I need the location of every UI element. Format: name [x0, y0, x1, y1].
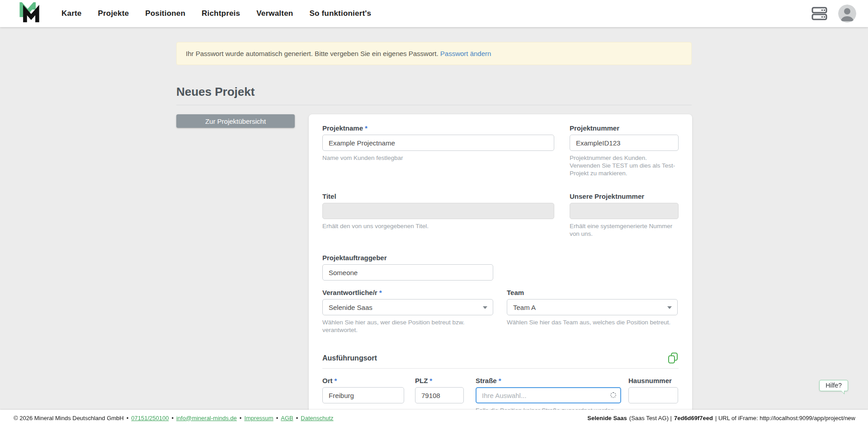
projektname-label: Projektname*	[322, 124, 554, 132]
projektauftraggeber-label: Projektauftraggeber	[322, 254, 493, 262]
strasse-input[interactable]	[476, 387, 621, 403]
chevron-down-icon	[483, 306, 487, 309]
brand-logo-icon[interactable]	[17, 2, 42, 25]
password-warning-banner: Ihr Passwort wurde automatisch generiert…	[176, 42, 692, 65]
team-select[interactable]: Team A	[507, 299, 678, 315]
footer-iframe-url: | URL of iFrame: http://localhost:9099/a…	[715, 415, 855, 421]
hausnummer-input[interactable]	[628, 387, 678, 403]
projektname-helper: Name vom Kunden festlegbar	[322, 154, 554, 162]
server-icon[interactable]	[811, 6, 828, 21]
required-marker: *	[429, 377, 432, 384]
email-link[interactable]: info@mineral-minds.de	[176, 415, 237, 421]
separator-dot	[296, 415, 298, 421]
main-menu: Karte Projekte Positionen Richtpreis Ver…	[61, 9, 371, 18]
top-nav: Karte Projekte Positionen Richtpreis Ver…	[0, 0, 868, 27]
team-label: Team	[507, 289, 678, 296]
nav-item-projekte[interactable]: Projekte	[98, 9, 129, 18]
impressum-link[interactable]: Impressum	[244, 415, 273, 421]
help-button[interactable]: Hilfe?	[819, 380, 848, 391]
unsere-projektnummer-helper: Erhält eine systemgenerierte Nummer von …	[570, 222, 679, 238]
nav-item-karte[interactable]: Karte	[61, 9, 81, 18]
unsere-projektnummer-label: Unsere Projektnummer	[570, 192, 679, 200]
projektname-input[interactable]	[322, 135, 554, 151]
separator-dot	[276, 415, 278, 421]
projektauftraggeber-input[interactable]	[322, 264, 493, 281]
footer-session-id: 7ed6d69f7eed	[674, 415, 713, 421]
nav-item-so-funktionierts[interactable]: So funktioniert's	[309, 9, 371, 18]
main-content: Ihr Passwort wurde automatisch generiert…	[0, 42, 868, 425]
verantwortliche-helper: Wählen Sie hier aus, wer diese Position …	[322, 318, 493, 334]
separator-dot	[171, 415, 174, 421]
strasse-label: Straße*	[476, 377, 621, 384]
nav-item-positionen[interactable]: Positionen	[145, 9, 185, 18]
plz-input[interactable]	[415, 387, 464, 403]
chevron-down-icon	[667, 306, 672, 309]
titel-label: Titel	[322, 192, 554, 200]
titel-input	[322, 203, 554, 219]
separator-dot	[127, 415, 129, 421]
plz-label: PLZ*	[415, 377, 464, 384]
ort-input[interactable]	[322, 387, 404, 403]
titel-helper: Erhält den von uns vorgegebenen Titel.	[322, 222, 554, 230]
loading-spinner-icon	[610, 392, 616, 398]
change-password-link[interactable]: Passwort ändern	[440, 50, 491, 57]
nav-item-verwalten[interactable]: Verwalten	[256, 9, 293, 18]
required-marker: *	[365, 124, 368, 132]
projektnummer-input[interactable]	[570, 135, 679, 151]
verantwortliche-select[interactable]: Selenide Saas	[322, 299, 493, 315]
agb-link[interactable]: AGB	[281, 415, 293, 421]
banner-text: Ihr Passwort wurde automatisch generiert…	[186, 50, 439, 57]
required-marker: *	[335, 377, 337, 384]
unsere-projektnummer-input	[570, 203, 679, 219]
projektnummer-label: Projektnummer	[570, 124, 679, 132]
footer-user-name: Selenide Saas	[587, 415, 627, 421]
hausnummer-label: Hausnummer	[628, 377, 678, 384]
footer: © 2026 Mineral Minds Deutschland GmbH 07…	[0, 410, 868, 426]
user-avatar-icon[interactable]	[838, 5, 856, 23]
copy-icon[interactable]	[667, 352, 679, 364]
ausfuehrungsort-section-title: Ausführungsort	[322, 354, 377, 362]
projektnummer-helper: Projektnummer des Kunden. Verwenden Sie …	[570, 154, 679, 177]
required-marker: *	[499, 377, 501, 384]
verantwortliche-label: Verantwortliche/r*	[322, 289, 493, 296]
copyright-text: © 2026 Mineral Minds Deutschland GmbH	[14, 415, 124, 421]
project-form-card: Projektname* Name vom Kunden festlegbar …	[309, 114, 692, 426]
ort-label: Ort*	[322, 377, 404, 384]
footer-org: (Saas Test AG) |	[629, 415, 672, 421]
separator-dot	[240, 415, 242, 421]
phone-link[interactable]: 07151/250100	[131, 415, 169, 421]
required-marker: *	[379, 289, 382, 296]
team-helper: Wählen Sie hier das Team aus, welches di…	[507, 318, 678, 326]
datenschutz-link[interactable]: Datenschutz	[301, 415, 333, 421]
back-to-project-overview-button[interactable]: Zur Projektübersicht	[176, 114, 295, 128]
nav-item-richtpreis[interactable]: Richtpreis	[202, 9, 240, 18]
page-title: Neues Projekt	[176, 85, 692, 105]
